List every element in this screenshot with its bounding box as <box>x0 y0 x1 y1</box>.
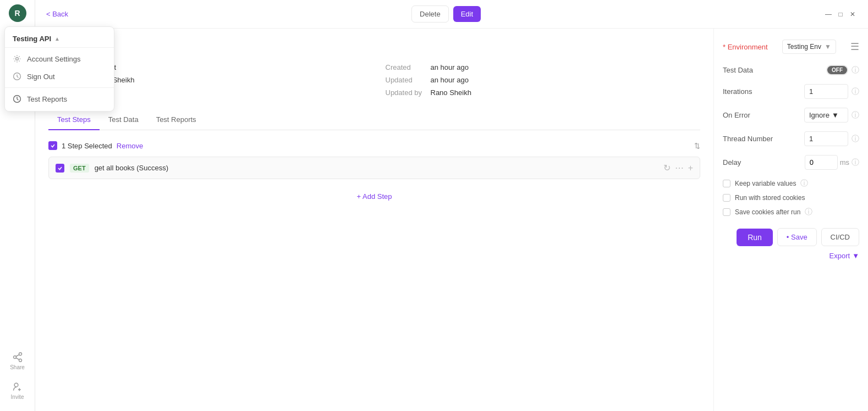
iterations-row: Iterations ⓘ <box>723 84 859 99</box>
signout-icon <box>13 72 21 81</box>
step-actions: ↻ ⋯ + <box>663 163 693 173</box>
main-content: < Back Delete Edit — □ ✕ API Test Folder… <box>35 0 868 411</box>
bottom-actions: Run • Save CI/CD <box>723 228 859 246</box>
step-selected-count: 1 Step Selected <box>62 142 112 150</box>
account-settings-item[interactable]: Account Settings <box>5 50 114 68</box>
updated-label: Updated <box>386 76 424 84</box>
divider2 <box>5 87 114 88</box>
clock-icon <box>13 95 21 103</box>
dropdown-header: Testing API ▲ <box>5 30 114 45</box>
chevron-down-icon: ▼ <box>852 252 859 260</box>
delete-button[interactable]: Delete <box>411 5 449 23</box>
step-row: GET get all books (Success) ↻ ⋯ + <box>48 157 700 179</box>
save-button[interactable]: • Save <box>777 228 817 246</box>
thread-number-input[interactable] <box>804 131 848 146</box>
steps-header: 1 Step Selected Remove ⇅ <box>48 141 700 150</box>
delay-label: Delay <box>723 158 741 166</box>
run-cookies-label: Run with stored cookies <box>735 194 805 202</box>
keep-variable-checkbox[interactable] <box>723 180 730 187</box>
delay-info-icon[interactable]: ⓘ <box>851 158 859 168</box>
refresh-icon[interactable]: ↻ <box>663 163 671 173</box>
test-reports-item[interactable]: Test Reports <box>5 90 114 108</box>
page-title: API Test <box>48 40 700 52</box>
test-data-info-icon[interactable]: ⓘ <box>851 65 859 75</box>
updated-by-label: Updated by <box>386 88 424 97</box>
iterations-label: Iterations <box>723 87 752 96</box>
edit-button[interactable]: Edit <box>453 6 481 22</box>
export-link[interactable]: Export ▼ <box>723 252 859 260</box>
sign-out-item[interactable]: Sign Out <box>5 68 114 85</box>
run-button[interactable]: Run <box>737 229 773 246</box>
iterations-info-icon[interactable]: ⓘ <box>851 87 859 97</box>
maximize-button[interactable]: □ <box>836 10 845 19</box>
meta-updated-by: Updated by Rano Sheikh <box>386 88 701 97</box>
tab-test-data[interactable]: Test Data <box>100 110 147 130</box>
sidebar-item-share-label: Share <box>10 364 25 370</box>
save-cookies-info-icon[interactable]: ⓘ <box>805 207 812 217</box>
save-cookies-label: Save cookies after run <box>735 208 800 216</box>
on-error-label: On Error <box>723 111 750 119</box>
add-step-button[interactable]: + Add Step <box>48 184 700 209</box>
thread-info-icon[interactable]: ⓘ <box>851 134 859 144</box>
on-error-select[interactable]: Ignore ▼ <box>804 108 848 123</box>
created-value: an hour ago <box>431 63 469 71</box>
sign-out-label: Sign Out <box>27 73 55 81</box>
filter-icon[interactable]: ⇅ <box>694 142 700 150</box>
avatar[interactable]: R <box>9 4 26 22</box>
more-icon[interactable]: ⋯ <box>675 163 684 173</box>
tab-test-reports[interactable]: Test Reports <box>147 110 205 130</box>
menu-icon[interactable]: ☰ <box>850 41 859 53</box>
invite-icon <box>12 381 23 392</box>
account-settings-label: Account Settings <box>27 55 81 63</box>
step-selected-info: 1 Step Selected Remove <box>48 141 143 150</box>
sidebar: R Testing API ▲ Account Settings Sign Ou… <box>0 0 35 411</box>
select-all-checkbox[interactable] <box>48 141 57 150</box>
on-error-row: On Error Ignore ▼ ⓘ <box>723 108 859 123</box>
save-cookies-checkbox[interactable] <box>723 208 730 216</box>
chevron-down-icon: ▼ <box>825 43 831 51</box>
meta-updated: Updated an hour ago <box>386 76 701 84</box>
meta-grid: Folder Default Created an hour ago Creat… <box>48 63 700 97</box>
sidebar-item-invite-label: Invite <box>11 394 24 400</box>
thread-number-value-group: ⓘ <box>804 131 859 146</box>
minimize-button[interactable]: — <box>824 10 833 19</box>
add-icon[interactable]: + <box>688 163 693 173</box>
delay-value-group: ms ⓘ <box>805 155 859 170</box>
back-button[interactable]: < Back <box>46 10 68 18</box>
delay-input[interactable] <box>805 155 838 170</box>
svg-point-12 <box>14 383 18 387</box>
on-error-info-icon[interactable]: ⓘ <box>851 110 859 120</box>
chevron-up-icon: ▲ <box>54 36 60 42</box>
env-select[interactable]: Testing Env ▼ <box>782 40 836 54</box>
updated-value: an hour ago <box>431 76 469 84</box>
close-button[interactable]: ✕ <box>848 10 857 19</box>
test-reports-label: Test Reports <box>27 95 67 103</box>
svg-point-0 <box>16 58 19 60</box>
test-data-toggle-switch[interactable]: OFF <box>826 65 848 75</box>
export-label: Export <box>829 252 850 260</box>
chevron-down-icon: ▼ <box>832 111 839 119</box>
iterations-input[interactable] <box>804 84 848 99</box>
checkmark-icon <box>50 143 56 148</box>
svg-point-9 <box>19 353 21 356</box>
thread-number-label: Thread Number <box>723 135 773 143</box>
cicd-button[interactable]: CI/CD <box>821 228 859 246</box>
svg-point-11 <box>19 359 21 362</box>
sidebar-item-share[interactable]: Share <box>2 347 33 375</box>
run-cookies-checkbox[interactable] <box>723 194 730 202</box>
test-data-row: Test Data OFF ⓘ <box>723 65 859 75</box>
checkmark-icon <box>57 165 63 171</box>
env-row: * Environment Testing Env ▼ ☰ <box>723 40 859 54</box>
sidebar-item-invite[interactable]: Invite <box>2 377 33 404</box>
run-cookies-row: Run with stored cookies <box>723 194 859 202</box>
topbar: < Back Delete Edit — □ ✕ <box>35 0 868 29</box>
step-checkbox[interactable] <box>56 164 64 173</box>
meta-created: Created an hour ago <box>386 63 701 71</box>
env-select-value: Testing Env <box>787 43 821 51</box>
tab-test-steps[interactable]: Test Steps <box>48 110 100 130</box>
remove-link[interactable]: Remove <box>117 142 143 150</box>
thread-number-row: Thread Number ⓘ <box>723 131 859 146</box>
delay-row: Delay ms ⓘ <box>723 155 859 170</box>
content-area: API Test Folder Default Created an hour … <box>35 29 868 411</box>
keep-variable-info-icon[interactable]: ⓘ <box>800 179 808 188</box>
